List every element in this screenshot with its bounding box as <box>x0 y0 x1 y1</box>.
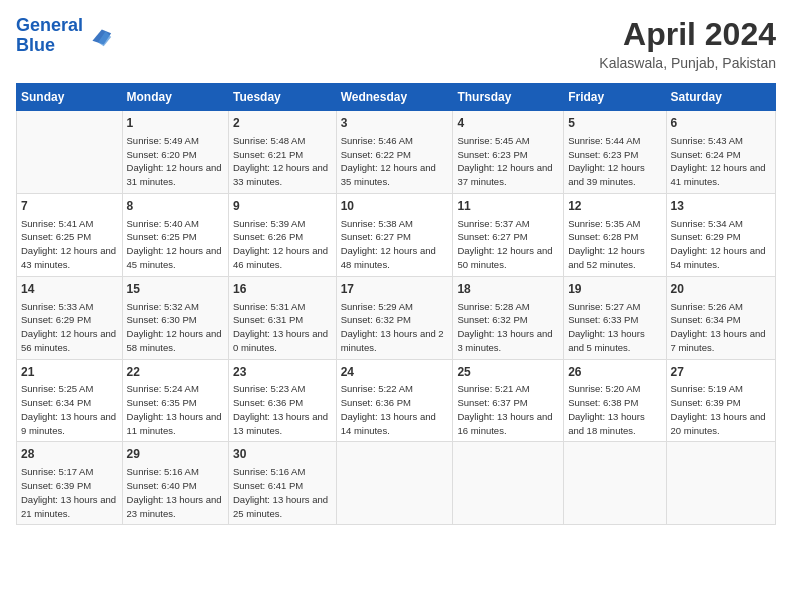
logo-text: General Blue <box>16 16 83 56</box>
day-number: 2 <box>233 115 332 132</box>
calendar-cell: 6Sunrise: 5:43 AM Sunset: 6:24 PM Daylig… <box>666 111 775 194</box>
calendar-cell: 15Sunrise: 5:32 AM Sunset: 6:30 PM Dayli… <box>122 276 228 359</box>
day-info: Sunrise: 5:24 AM Sunset: 6:35 PM Dayligh… <box>127 382 224 437</box>
day-info: Sunrise: 5:40 AM Sunset: 6:25 PM Dayligh… <box>127 217 224 272</box>
day-number: 23 <box>233 364 332 381</box>
day-number: 1 <box>127 115 224 132</box>
day-number: 12 <box>568 198 661 215</box>
day-info: Sunrise: 5:33 AM Sunset: 6:29 PM Dayligh… <box>21 300 118 355</box>
calendar-cell: 21Sunrise: 5:25 AM Sunset: 6:34 PM Dayli… <box>17 359 123 442</box>
day-number: 13 <box>671 198 771 215</box>
day-number: 7 <box>21 198 118 215</box>
calendar-cell: 2Sunrise: 5:48 AM Sunset: 6:21 PM Daylig… <box>229 111 337 194</box>
calendar-cell: 19Sunrise: 5:27 AM Sunset: 6:33 PM Dayli… <box>564 276 666 359</box>
calendar-cell: 26Sunrise: 5:20 AM Sunset: 6:38 PM Dayli… <box>564 359 666 442</box>
logo-icon <box>85 22 113 50</box>
day-number: 14 <box>21 281 118 298</box>
day-number: 29 <box>127 446 224 463</box>
day-info: Sunrise: 5:44 AM Sunset: 6:23 PM Dayligh… <box>568 134 661 189</box>
page-header: General Blue April 2024 Kalaswala, Punja… <box>16 16 776 71</box>
day-info: Sunrise: 5:27 AM Sunset: 6:33 PM Dayligh… <box>568 300 661 355</box>
day-info: Sunrise: 5:46 AM Sunset: 6:22 PM Dayligh… <box>341 134 449 189</box>
calendar-cell: 7Sunrise: 5:41 AM Sunset: 6:25 PM Daylig… <box>17 193 123 276</box>
day-info: Sunrise: 5:45 AM Sunset: 6:23 PM Dayligh… <box>457 134 559 189</box>
logo-blue: Blue <box>16 35 55 55</box>
day-info: Sunrise: 5:32 AM Sunset: 6:30 PM Dayligh… <box>127 300 224 355</box>
calendar-cell: 1Sunrise: 5:49 AM Sunset: 6:20 PM Daylig… <box>122 111 228 194</box>
calendar-cell: 28Sunrise: 5:17 AM Sunset: 6:39 PM Dayli… <box>17 442 123 525</box>
calendar-cell <box>17 111 123 194</box>
calendar-week-row: 14Sunrise: 5:33 AM Sunset: 6:29 PM Dayli… <box>17 276 776 359</box>
col-sunday: Sunday <box>17 84 123 111</box>
calendar-cell <box>666 442 775 525</box>
calendar-cell: 9Sunrise: 5:39 AM Sunset: 6:26 PM Daylig… <box>229 193 337 276</box>
day-number: 17 <box>341 281 449 298</box>
day-number: 18 <box>457 281 559 298</box>
calendar-week-row: 21Sunrise: 5:25 AM Sunset: 6:34 PM Dayli… <box>17 359 776 442</box>
calendar-header: Sunday Monday Tuesday Wednesday Thursday… <box>17 84 776 111</box>
day-info: Sunrise: 5:38 AM Sunset: 6:27 PM Dayligh… <box>341 217 449 272</box>
day-number: 22 <box>127 364 224 381</box>
day-number: 27 <box>671 364 771 381</box>
calendar-cell: 16Sunrise: 5:31 AM Sunset: 6:31 PM Dayli… <box>229 276 337 359</box>
calendar-cell: 4Sunrise: 5:45 AM Sunset: 6:23 PM Daylig… <box>453 111 564 194</box>
day-info: Sunrise: 5:16 AM Sunset: 6:40 PM Dayligh… <box>127 465 224 520</box>
day-info: Sunrise: 5:22 AM Sunset: 6:36 PM Dayligh… <box>341 382 449 437</box>
day-info: Sunrise: 5:29 AM Sunset: 6:32 PM Dayligh… <box>341 300 449 355</box>
day-info: Sunrise: 5:39 AM Sunset: 6:26 PM Dayligh… <box>233 217 332 272</box>
day-number: 19 <box>568 281 661 298</box>
location-subtitle: Kalaswala, Punjab, Pakistan <box>599 55 776 71</box>
day-number: 26 <box>568 364 661 381</box>
col-friday: Friday <box>564 84 666 111</box>
day-number: 21 <box>21 364 118 381</box>
calendar-cell: 30Sunrise: 5:16 AM Sunset: 6:41 PM Dayli… <box>229 442 337 525</box>
calendar-cell: 20Sunrise: 5:26 AM Sunset: 6:34 PM Dayli… <box>666 276 775 359</box>
calendar-cell: 23Sunrise: 5:23 AM Sunset: 6:36 PM Dayli… <box>229 359 337 442</box>
col-thursday: Thursday <box>453 84 564 111</box>
day-info: Sunrise: 5:19 AM Sunset: 6:39 PM Dayligh… <box>671 382 771 437</box>
calendar-cell <box>564 442 666 525</box>
day-number: 9 <box>233 198 332 215</box>
col-monday: Monday <box>122 84 228 111</box>
calendar-cell: 29Sunrise: 5:16 AM Sunset: 6:40 PM Dayli… <box>122 442 228 525</box>
day-info: Sunrise: 5:17 AM Sunset: 6:39 PM Dayligh… <box>21 465 118 520</box>
calendar-cell <box>336 442 453 525</box>
calendar-body: 1Sunrise: 5:49 AM Sunset: 6:20 PM Daylig… <box>17 111 776 525</box>
calendar-cell: 18Sunrise: 5:28 AM Sunset: 6:32 PM Dayli… <box>453 276 564 359</box>
calendar-cell: 25Sunrise: 5:21 AM Sunset: 6:37 PM Dayli… <box>453 359 564 442</box>
calendar-cell: 27Sunrise: 5:19 AM Sunset: 6:39 PM Dayli… <box>666 359 775 442</box>
calendar-table: Sunday Monday Tuesday Wednesday Thursday… <box>16 83 776 525</box>
day-number: 4 <box>457 115 559 132</box>
calendar-week-row: 1Sunrise: 5:49 AM Sunset: 6:20 PM Daylig… <box>17 111 776 194</box>
calendar-cell: 10Sunrise: 5:38 AM Sunset: 6:27 PM Dayli… <box>336 193 453 276</box>
day-number: 24 <box>341 364 449 381</box>
day-number: 20 <box>671 281 771 298</box>
header-row: Sunday Monday Tuesday Wednesday Thursday… <box>17 84 776 111</box>
day-number: 3 <box>341 115 449 132</box>
day-info: Sunrise: 5:37 AM Sunset: 6:27 PM Dayligh… <box>457 217 559 272</box>
day-info: Sunrise: 5:41 AM Sunset: 6:25 PM Dayligh… <box>21 217 118 272</box>
calendar-cell: 14Sunrise: 5:33 AM Sunset: 6:29 PM Dayli… <box>17 276 123 359</box>
calendar-cell: 17Sunrise: 5:29 AM Sunset: 6:32 PM Dayli… <box>336 276 453 359</box>
col-tuesday: Tuesday <box>229 84 337 111</box>
day-number: 10 <box>341 198 449 215</box>
calendar-cell: 13Sunrise: 5:34 AM Sunset: 6:29 PM Dayli… <box>666 193 775 276</box>
day-info: Sunrise: 5:20 AM Sunset: 6:38 PM Dayligh… <box>568 382 661 437</box>
day-number: 16 <box>233 281 332 298</box>
calendar-cell: 11Sunrise: 5:37 AM Sunset: 6:27 PM Dayli… <box>453 193 564 276</box>
day-info: Sunrise: 5:28 AM Sunset: 6:32 PM Dayligh… <box>457 300 559 355</box>
day-number: 15 <box>127 281 224 298</box>
calendar-cell: 3Sunrise: 5:46 AM Sunset: 6:22 PM Daylig… <box>336 111 453 194</box>
col-saturday: Saturday <box>666 84 775 111</box>
day-info: Sunrise: 5:31 AM Sunset: 6:31 PM Dayligh… <box>233 300 332 355</box>
day-info: Sunrise: 5:43 AM Sunset: 6:24 PM Dayligh… <box>671 134 771 189</box>
day-info: Sunrise: 5:34 AM Sunset: 6:29 PM Dayligh… <box>671 217 771 272</box>
day-info: Sunrise: 5:48 AM Sunset: 6:21 PM Dayligh… <box>233 134 332 189</box>
day-number: 5 <box>568 115 661 132</box>
calendar-cell: 22Sunrise: 5:24 AM Sunset: 6:35 PM Dayli… <box>122 359 228 442</box>
day-info: Sunrise: 5:16 AM Sunset: 6:41 PM Dayligh… <box>233 465 332 520</box>
day-number: 11 <box>457 198 559 215</box>
calendar-cell <box>453 442 564 525</box>
day-number: 25 <box>457 364 559 381</box>
day-info: Sunrise: 5:35 AM Sunset: 6:28 PM Dayligh… <box>568 217 661 272</box>
